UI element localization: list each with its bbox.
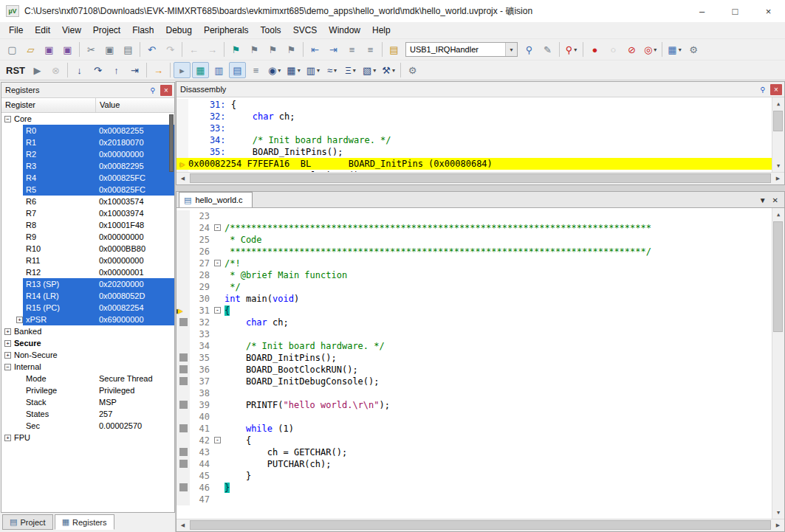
editor-line[interactable]: 26 *************************************… <box>176 246 772 258</box>
unindent-icon[interactable]: ⇤ <box>306 41 323 58</box>
cut-icon[interactable]: ✂ <box>83 41 100 58</box>
navigate-forward-icon[interactable]: → <box>204 41 221 58</box>
register-row[interactable]: R30x00082295 <box>1 160 174 172</box>
minimize-button[interactable]: – <box>685 0 719 22</box>
code-editor[interactable]: 2324-/**********************************… <box>176 208 784 519</box>
expand-icon[interactable]: + <box>16 317 23 323</box>
register-row[interactable]: −Core <box>1 113 174 125</box>
bookmark-prev-icon[interactable]: ⚑ <box>246 41 263 58</box>
pin-icon[interactable]: ⚲ <box>147 85 159 96</box>
menu-item-flash[interactable]: Flash <box>126 24 160 37</box>
editor-gutter[interactable] <box>176 340 190 352</box>
disassembly-vertical-scrollbar[interactable]: ▲ ▼ <box>772 97 784 172</box>
register-row[interactable]: R90x00000000 <box>1 231 174 243</box>
breakpoint-kill-all-dropdown-icon[interactable]: ▾ <box>654 46 657 53</box>
breakpoint-disable-all-icon[interactable]: ⊘ <box>623 41 640 58</box>
show-current-statement-icon[interactable]: → <box>150 62 167 78</box>
bookmark-clear-all-icon[interactable]: ⚑ <box>283 41 300 58</box>
editor-gutter[interactable] <box>176 482 190 494</box>
editor-gutter[interactable] <box>176 246 190 258</box>
editor-line[interactable]: 43 ch = GETCHAR(); <box>176 446 772 458</box>
editor-line[interactable]: 41 while (1) <box>176 423 772 435</box>
editor-gutter[interactable] <box>176 435 190 446</box>
register-row[interactable]: R13 (SP)0x20200000 <box>1 278 174 290</box>
menu-item-project[interactable]: Project <box>87 24 126 37</box>
disassembly-line[interactable]: 35: BOARD_InitPins(); <box>176 146 772 158</box>
search-highlight-icon[interactable]: ✎ <box>539 41 556 58</box>
editor-gutter[interactable] <box>176 494 190 505</box>
scroll-up-icon[interactable]: ▲ <box>772 97 784 110</box>
menu-item-help[interactable]: Help <box>366 24 397 37</box>
editor-gutter[interactable] <box>176 376 190 387</box>
configure-target-icon[interactable]: ⚙ <box>685 41 702 58</box>
tab-hello-world-c[interactable]: ▤ hello_world.c <box>179 192 253 207</box>
maximize-button[interactable]: □ <box>719 0 752 22</box>
find-icon[interactable]: ⚲▾ <box>563 41 580 58</box>
editor-line[interactable]: 44 PUTCHAR(ch); <box>176 458 772 470</box>
menu-item-debug[interactable]: Debug <box>160 24 198 37</box>
editor-line[interactable]: 27-/*! <box>176 258 772 269</box>
combo-dropdown-icon[interactable]: ▾ <box>505 43 517 56</box>
watch-window-icon[interactable]: ◉▾ <box>266 62 283 78</box>
disassembly-horizontal-scrollbar[interactable]: ◀ ▶ <box>176 172 784 184</box>
editor-line[interactable]: 40 <box>176 411 772 423</box>
register-row[interactable]: R120x00000001 <box>1 266 174 278</box>
editor-gutter[interactable] <box>176 328 190 340</box>
editor-line[interactable]: 25 * Code <box>176 234 772 246</box>
disassembly-line[interactable]: 31: { <box>176 99 772 111</box>
serial-window-dropdown-icon[interactable]: ▾ <box>317 67 320 74</box>
scroll-down-icon[interactable]: ▼ <box>772 159 784 172</box>
new-file-icon[interactable]: ▢ <box>4 41 21 58</box>
disassembly-line[interactable]: 33: <box>176 122 772 134</box>
memory-window-dropdown-icon[interactable]: ▾ <box>298 67 301 74</box>
register-row[interactable]: R14 (LR)0x0008052D <box>1 290 174 302</box>
collapse-icon[interactable]: − <box>4 364 11 370</box>
tab-registers[interactable]: ▦ Registers <box>55 514 114 530</box>
step-out-icon[interactable]: ↑ <box>108 62 125 78</box>
editor-line[interactable]: 33 <box>176 328 772 340</box>
register-row[interactable]: States257 <box>1 408 174 420</box>
symbol-window-icon[interactable]: ▥ <box>210 62 227 78</box>
function-list-icon[interactable]: ▤ <box>385 41 402 58</box>
run-to-cursor-icon[interactable]: ⇥ <box>126 62 143 78</box>
menu-item-svcs[interactable]: SVCS <box>287 24 323 37</box>
serial-window-icon[interactable]: ▥▾ <box>304 62 322 78</box>
redo-icon[interactable]: ↷ <box>162 41 179 58</box>
indent-icon[interactable]: ⇥ <box>325 41 342 58</box>
disassembly-line[interactable]: 34: /* Init board hardware. */ <box>176 134 772 146</box>
editor-gutter[interactable] <box>176 387 190 399</box>
editor-line[interactable]: 34 /* Init board hardware. */ <box>176 340 772 352</box>
paste-icon[interactable]: ▤ <box>120 41 137 58</box>
register-row[interactable]: R70x10003974 <box>1 207 174 219</box>
editor-gutter[interactable] <box>176 281 190 293</box>
editor-horizontal-scrollbar[interactable]: ◀ ▶ <box>176 519 784 531</box>
menu-item-view[interactable]: View <box>56 24 87 37</box>
editor-line[interactable]: 37 BOARD_InitDebugConsole(); <box>176 376 772 387</box>
window-layout-icon[interactable]: ▦▾ <box>665 41 683 58</box>
fold-collapse-icon[interactable]: - <box>214 224 221 231</box>
close-panel-icon[interactable]: × <box>160 85 172 96</box>
callstack-window-icon[interactable]: ≡ <box>247 62 264 78</box>
scroll-up-icon[interactable]: ▲ <box>772 208 784 221</box>
open-file-icon[interactable]: ▱ <box>22 41 39 58</box>
editor-gutter[interactable] <box>176 352 190 364</box>
pin-icon[interactable]: ⚲ <box>757 84 769 95</box>
menu-item-tools[interactable]: Tools <box>255 24 287 37</box>
editor-gutter[interactable] <box>176 458 190 470</box>
editor-gutter[interactable] <box>176 234 190 246</box>
editor-gutter[interactable] <box>176 399 190 411</box>
editor-line[interactable]: 29 */ <box>176 281 772 293</box>
memory-window-icon[interactable]: ▦▾ <box>284 62 302 78</box>
expand-icon[interactable]: + <box>4 328 11 335</box>
register-row[interactable]: R00x00082255 <box>1 125 174 137</box>
register-row[interactable]: R80x10001F48 <box>1 219 174 231</box>
watch-window-dropdown-icon[interactable]: ▾ <box>278 67 281 74</box>
editor-line[interactable]: 42- { <box>176 435 772 446</box>
fold-collapse-icon[interactable]: - <box>214 260 221 266</box>
registers-window-icon[interactable]: ▤ <box>229 62 246 78</box>
trace-window-icon[interactable]: Ξ▾ <box>342 62 359 78</box>
close-document-icon[interactable]: ✕ <box>772 196 778 204</box>
register-row[interactable]: +FPU <box>1 432 174 443</box>
stop-icon[interactable]: ⊗ <box>47 62 64 78</box>
fold-collapse-icon[interactable]: - <box>214 307 221 314</box>
